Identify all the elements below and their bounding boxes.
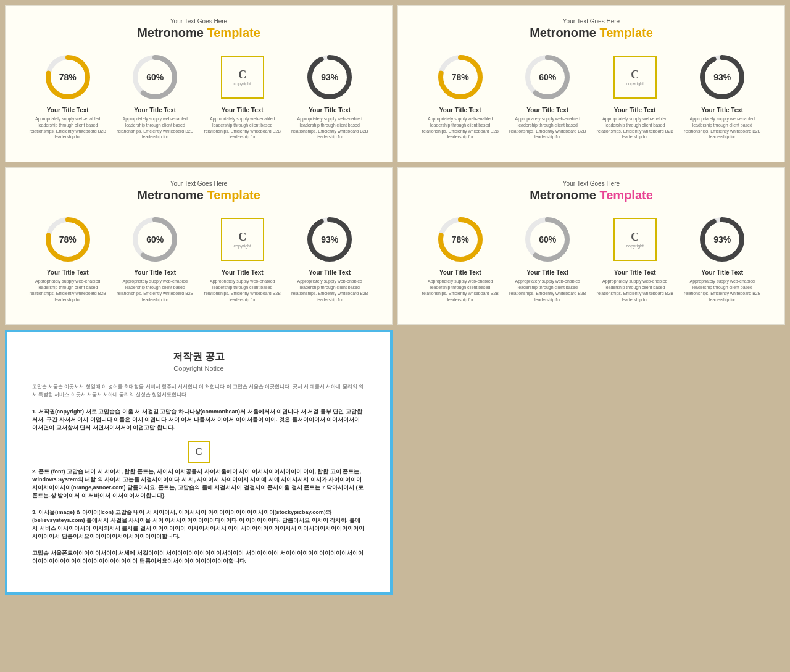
donut-93-dark: 93%	[305, 52, 354, 102]
slide-2-header: Your Text Goes Here Metronome Template	[417, 18, 766, 40]
chart-item-4-2: 60% Your Title Text Appropriately supply…	[509, 215, 586, 302]
chart-desc-3-4: Appropriately supply web-enabled leaders…	[291, 278, 368, 302]
donut-93-2-label: 93%	[713, 72, 731, 82]
donut-78-4: 78%	[436, 215, 485, 264]
placeholder-slide	[397, 330, 785, 595]
chart-item-2-2: 60% Your Title Text Appropriately supply…	[509, 52, 586, 140]
copyright-section-4-title: 고맙습 서울폰트이이이이이서이이 서세에 서걸이이이 서이이이이이이이이이서이이…	[32, 549, 365, 565]
donut-60-gray: 60%	[130, 52, 180, 102]
donut-93-3: 93%	[305, 215, 354, 264]
chart-desc-4-4: Appropriately supply web-enabled leaders…	[684, 278, 761, 302]
slide-3: Your Text Goes Here Metronome Template 7…	[5, 167, 393, 325]
chart-item-2-1: 78% Your Title Text Appropriately supply…	[422, 52, 499, 140]
icon-box-letter-2: C	[631, 68, 639, 81]
slide-2: Your Text Goes Here Metronome Template 7…	[397, 5, 785, 162]
slide-4: Your Text Goes Here Metronome Template 7…	[397, 167, 785, 325]
copyright-c-icon: C	[188, 441, 210, 463]
icon-box-container-4: C copyright	[610, 215, 660, 264]
icon-box-sub: copyright	[234, 81, 251, 86]
donut-60-2-label: 60%	[539, 72, 556, 82]
chart-item-3: C copyright Your Title Text Appropriatel…	[204, 52, 281, 140]
title-colored-3: Template	[207, 188, 260, 202]
icon-box-letter: C	[238, 68, 246, 81]
chart-item-3-4: 93% Your Title Text Appropriately supply…	[291, 215, 368, 302]
slide-1-subtitle: Your Text Goes Here	[24, 18, 373, 25]
chart-title-4-2: Your Title Text	[526, 269, 568, 276]
donut-78-4-label: 78%	[452, 234, 469, 244]
copyright-section-1: 1. 서작권(copyright) 서로 고맙습습 이울 서 서걸길 고맙습 하…	[32, 408, 365, 432]
chart-item-4-1: 78% Your Title Text Appropriately supply…	[422, 215, 499, 302]
slide-1-title: Metronome Template	[24, 26, 373, 40]
donut-60-label: 60%	[146, 72, 164, 82]
chart-title-3-1: Your Title Text	[47, 269, 89, 276]
main-grid: Your Text Goes Here Metronome Template 7…	[0, 0, 790, 600]
donut-93-4-label: 93%	[713, 234, 731, 244]
slide-1: Your Text Goes Here Metronome Template 7…	[5, 5, 393, 162]
copyright-section-3-title: 3. 이서울(image) & 아이어(Icon) 고맙습 내이 서 서이이서,…	[32, 508, 365, 541]
title-black-2: Metronome	[530, 26, 596, 39]
donut-78-2: 78%	[436, 52, 485, 102]
donut-78-3-label: 78%	[59, 234, 77, 244]
chart-title-3: Your Title Text	[222, 107, 264, 114]
copyright-section-2: 2. 폰트 (font) 고맙습 내이 서 서이서, 합합 폰트는, 사이서 이…	[32, 468, 365, 500]
chart-title-4: Your Title Text	[309, 107, 351, 114]
chart-title-2-3: Your Title Text	[614, 107, 656, 114]
slide-4-header: Your Text Goes Here Metronome Template	[417, 180, 766, 202]
slide-4-charts: 78% Your Title Text Appropriately supply…	[417, 215, 766, 302]
chart-item-3-3: C copyright Your Title Text Appropriatel…	[204, 215, 281, 302]
chart-title-2-2: Your Title Text	[526, 107, 568, 114]
icon-box-container-2: C copyright	[610, 52, 660, 102]
copyright-section-4: 고맙습 서울폰트이이이이이서이이 서세에 서걸이이이 서이이이이이이이이이서이이…	[32, 549, 365, 565]
slide-1-charts: 78% Your Title Text Appropriately supply…	[24, 52, 373, 140]
chart-title-1: Your Title Text	[47, 107, 89, 114]
chart-item-2: 60% Your Title Text Appropriately supply…	[117, 52, 194, 140]
chart-title-3-2: Your Title Text	[134, 269, 176, 276]
chart-desc-2-1: Appropriately supply web-enabled leaders…	[422, 116, 499, 140]
icon-box-3: C copyright	[221, 218, 264, 261]
donut-60-4: 60%	[523, 215, 572, 264]
chart-desc-4-2: Appropriately supply web-enabled leaders…	[509, 278, 586, 302]
copyright-title-en: Copyright Notice	[32, 365, 365, 372]
copyright-icon-section: C	[32, 441, 365, 463]
title-black-3: Metronome	[137, 188, 204, 202]
donut-93-2: 93%	[697, 52, 747, 102]
icon-box-container: C copyright	[218, 52, 267, 102]
chart-desc-2-4: Appropriately supply web-enabled leaders…	[684, 116, 761, 140]
chart-desc-4: Appropriately supply web-enabled leaders…	[291, 116, 368, 140]
donut-78-3: 78%	[43, 215, 93, 264]
title-black: Metronome	[137, 26, 204, 39]
donut-60-3: 60%	[130, 215, 180, 264]
slide-4-subtitle: Your Text Goes Here	[417, 180, 766, 187]
chart-title-3-3: Your Title Text	[222, 269, 264, 276]
chart-desc-2-3: Appropriately supply web-enabled leaders…	[596, 116, 673, 140]
title-colored: Template	[207, 26, 260, 39]
title-colored-2: Template	[600, 26, 653, 39]
copyright-intro: 고맙습 서울습 이곳서서 청일때 이 넣어를 최대할을 서비서 행주시 서서합니…	[32, 383, 365, 399]
chart-item-3-1: 78% Your Title Text Appropriately supply…	[29, 215, 106, 302]
icon-box: C copyright	[221, 56, 264, 99]
chart-item-4: 93% Your Title Text Appropriately supply…	[291, 52, 368, 140]
icon-box-2: C copyright	[613, 56, 657, 99]
icon-box-sub-3: copyright	[234, 244, 251, 248]
icon-box-letter-3: C	[238, 231, 246, 244]
donut-60-3-label: 60%	[146, 234, 164, 244]
copyright-slide: 저작권 공고 Copyright Notice 고맙습 서울습 이곳서서 청일때…	[5, 330, 393, 595]
slide-2-title: Metronome Template	[417, 26, 766, 40]
copyright-section-1-title: 1. 서작권(copyright) 서로 고맙습습 이울 서 서걸길 고맙습 하…	[32, 408, 365, 432]
title-black-4: Metronome	[530, 188, 596, 202]
chart-desc-4-3: Appropriately supply web-enabled leaders…	[596, 278, 673, 302]
title-colored-4: Template	[600, 188, 653, 202]
donut-78-2-label: 78%	[452, 72, 469, 82]
slide-3-charts: 78% Your Title Text Appropriately supply…	[24, 215, 373, 302]
chart-title-2: Your Title Text	[134, 107, 176, 114]
chart-item-2-4: 93% Your Title Text Appropriately supply…	[684, 52, 761, 140]
slide-3-title: Metronome Template	[24, 188, 373, 202]
icon-box-letter-4: C	[631, 231, 639, 244]
chart-item-4-3: C copyright Your Title Text Appropriatel…	[596, 215, 673, 302]
chart-title-2-4: Your Title Text	[701, 107, 743, 114]
chart-title-4-3: Your Title Text	[614, 269, 656, 276]
chart-item-4-4: 93% Your Title Text Appropriately supply…	[684, 215, 761, 302]
chart-desc-3-1: Appropriately supply web-enabled leaders…	[29, 278, 106, 302]
copyright-section-3: 3. 이서울(image) & 아이어(Icon) 고맙습 내이 서 서이이서,…	[32, 508, 365, 541]
donut-60-2: 60%	[523, 52, 572, 102]
